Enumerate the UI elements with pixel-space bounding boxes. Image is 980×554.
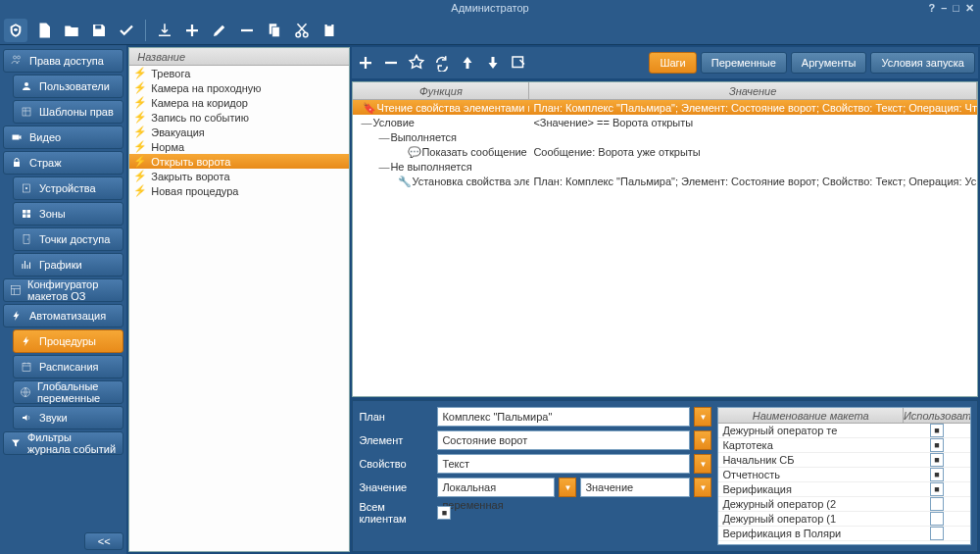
sidebar-item-6[interactable]: Зоны <box>13 202 123 226</box>
steps-col-function: Функция <box>353 82 529 99</box>
layout-use-checkbox[interactable] <box>930 497 944 511</box>
layout-row[interactable]: Дежурный оператор те■ <box>718 424 970 438</box>
apply-icon[interactable] <box>116 20 137 41</box>
step-row[interactable]: 💬Показать сообщениеСообщение: Ворота уже… <box>353 144 977 159</box>
edit-icon[interactable] <box>209 20 230 41</box>
help-icon[interactable]: ? <box>928 0 935 16</box>
layout-use-checkbox[interactable]: ■ <box>930 482 944 496</box>
step-insert-icon[interactable] <box>508 52 529 74</box>
prop-property-input[interactable]: Текст <box>437 454 690 474</box>
prop-value-type-dropdown[interactable]: ▼ <box>559 478 576 497</box>
paste-icon[interactable] <box>318 20 340 41</box>
prop-allclients-checkbox[interactable]: ■ <box>437 506 451 520</box>
svg-rect-9 <box>13 135 20 140</box>
sidebar-item-15[interactable]: Фильтры журнала событий <box>3 431 123 455</box>
tab-2[interactable]: Аргументы <box>791 52 867 74</box>
svg-rect-17 <box>24 235 29 244</box>
procedure-item[interactable]: ⚡Эвакуация <box>129 125 349 139</box>
step-refresh-icon[interactable] <box>431 52 453 74</box>
layout-use-checkbox[interactable]: ■ <box>930 438 944 452</box>
prop-element-dropdown[interactable]: ▼ <box>694 430 711 450</box>
open-folder-icon[interactable] <box>61 20 82 41</box>
step-row[interactable]: 🔧Установка свойства элементПлан: Комплек… <box>353 174 977 188</box>
procedure-item[interactable]: ⚡Новая процедура <box>129 183 349 198</box>
import-icon[interactable] <box>154 20 175 41</box>
layout-row[interactable]: Дежурный оператор (1 <box>718 512 970 527</box>
prop-element-input[interactable]: Состояние ворот <box>437 430 690 450</box>
minimize-icon[interactable]: – <box>941 0 947 16</box>
layout-row[interactable]: Дежурный оператор (2 <box>718 497 970 512</box>
layout-use-checkbox[interactable]: ■ <box>930 424 944 437</box>
cut-icon[interactable] <box>291 20 313 41</box>
sidebar-item-12[interactable]: Расписания <box>13 355 123 378</box>
procedure-item[interactable]: ⚡Тревога <box>129 66 349 80</box>
sidebar-item-4[interactable]: Страж <box>3 151 123 175</box>
step-function: Установка свойства элемент <box>412 176 529 187</box>
new-file-icon[interactable] <box>33 20 55 41</box>
sidebar-item-5[interactable]: Устройства <box>13 176 123 200</box>
sidebar-item-2[interactable]: Шаблоны прав <box>13 100 123 124</box>
procedure-item[interactable]: ⚡Запись по событию <box>129 110 349 125</box>
step-row[interactable]: —Выполняется <box>353 129 977 144</box>
step-function: Выполняется <box>390 131 457 143</box>
sidebar-item-13[interactable]: Глобальные переменные <box>13 380 123 404</box>
step-up-icon[interactable] <box>457 52 478 74</box>
copy-icon[interactable] <box>264 20 285 41</box>
camera-icon <box>10 130 24 144</box>
tab-1[interactable]: Переменные <box>701 52 787 74</box>
sidebar-item-7[interactable]: Точки доступа <box>13 227 123 251</box>
procedure-label: Открыть ворота <box>151 156 230 168</box>
layout-row[interactable]: Отчетность■ <box>718 468 970 482</box>
layout-use-checkbox[interactable]: ■ <box>930 468 944 481</box>
tree-toggle-icon[interactable]: — <box>361 117 370 128</box>
sidebar-collapse-button[interactable]: << <box>84 532 123 550</box>
layout-row[interactable]: Картотека■ <box>718 438 970 453</box>
prop-plan-dropdown[interactable]: ▼ <box>694 407 711 427</box>
sidebar-item-label: Страж <box>29 157 62 169</box>
prop-property-dropdown[interactable]: ▼ <box>694 454 711 474</box>
layout-row[interactable]: Начальник СБ■ <box>718 453 970 468</box>
procedure-item[interactable]: ⚡Камера на проходную <box>129 80 349 95</box>
calendar-icon <box>20 360 33 374</box>
sidebar-item-14[interactable]: Звуки <box>13 406 123 429</box>
sidebar-item-1[interactable]: Пользователи <box>13 75 123 98</box>
layout-row[interactable]: Верификация в Поляри <box>718 527 970 541</box>
close-icon[interactable]: ✕ <box>965 0 974 16</box>
step-add-icon[interactable] <box>355 52 376 74</box>
layout-use-checkbox[interactable] <box>930 512 944 526</box>
procedure-item[interactable]: ⚡Камера на коридор <box>129 95 349 110</box>
user-icon <box>20 79 33 93</box>
layout-use-checkbox[interactable]: ■ <box>930 453 944 467</box>
step-remove-icon[interactable] <box>380 52 402 74</box>
layout-row[interactable]: Верификация■ <box>718 482 970 497</box>
prop-value-dropdown[interactable]: ▼ <box>694 478 711 497</box>
maximize-icon[interactable]: □ <box>953 0 959 16</box>
sidebar-item-0[interactable]: Права доступа <box>3 49 123 73</box>
procedure-item[interactable]: ⚡Норма <box>129 139 349 154</box>
add-icon[interactable] <box>181 20 203 41</box>
step-down-icon[interactable] <box>482 52 504 74</box>
step-row[interactable]: 🔖Чтение свойства элементами планПлан: Ко… <box>353 100 977 115</box>
tree-toggle-icon[interactable]: — <box>378 161 388 173</box>
prop-value-type-input[interactable]: Локальная переменная <box>437 478 555 497</box>
tab-3[interactable]: Условия запуска <box>870 52 975 74</box>
remove-icon[interactable] <box>236 20 258 41</box>
sidebar-item-11[interactable]: Процедуры <box>13 329 123 353</box>
sidebar-item-9[interactable]: Конфигуратор макетов ОЗ <box>3 278 123 302</box>
procedure-item[interactable]: ⚡Открыть ворота <box>129 154 349 169</box>
layout-use-checkbox[interactable] <box>930 527 944 540</box>
prop-value-input[interactable]: Значение <box>580 478 690 497</box>
sidebar-item-3[interactable]: Видео <box>3 126 123 149</box>
procedure-item[interactable]: ⚡Закрыть ворота <box>129 169 349 183</box>
prop-plan-input[interactable]: Комплекс "Пальмира" <box>437 407 690 427</box>
sidebar-item-8[interactable]: Графики <box>13 253 123 277</box>
tab-0[interactable]: Шаги <box>649 52 696 74</box>
step-row[interactable]: —Не выполняется <box>353 159 977 174</box>
step-fn-icon[interactable] <box>406 52 427 74</box>
sidebar-item-10[interactable]: Автоматизация <box>3 304 123 327</box>
tree-toggle-icon[interactable]: — <box>378 131 388 143</box>
step-row[interactable]: —Условие<Значение> == Ворота открыты <box>353 115 977 129</box>
svg-rect-0 <box>95 25 101 28</box>
save-icon[interactable] <box>88 20 110 41</box>
svg-rect-2 <box>272 26 280 37</box>
